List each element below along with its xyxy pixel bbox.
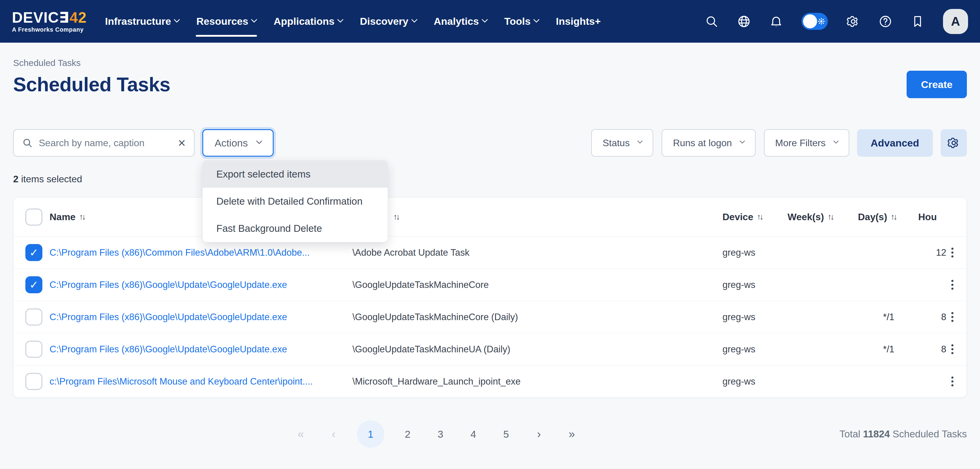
task-hours: 8: [918, 312, 951, 323]
task-name-link[interactable]: C:\Program Files (x86)\Google\Update\Goo…: [49, 312, 287, 323]
task-caption: \GoogleUpdateTaskMachineUA (Daily): [352, 344, 722, 355]
pagination-page-5[interactable]: 5: [496, 420, 515, 448]
column-header-hours[interactable]: Hou: [918, 211, 951, 223]
nav-item-label: Insights+: [556, 16, 601, 27]
table-header-row: Name Device Week(s) Day(s) Hou: [13, 197, 967, 236]
sort-icon[interactable]: [891, 212, 898, 222]
nav-item-label: Applications: [274, 16, 334, 27]
breadcrumb[interactable]: Scheduled Tasks: [13, 43, 967, 68]
search-input[interactable]: [39, 138, 172, 149]
task-caption: \Microsoft_Hardware_Launch_ipoint_exe: [352, 376, 722, 387]
bookmark-icon[interactable]: [911, 14, 924, 29]
kebab-icon[interactable]: [948, 374, 956, 390]
menu-item-fast-delete[interactable]: Fast Background Delete: [203, 215, 388, 242]
kebab-icon[interactable]: [948, 277, 956, 293]
chevron-down-icon: [833, 138, 838, 143]
logo-brand-42: 42: [70, 9, 87, 26]
row-checkbox[interactable]: [25, 244, 42, 261]
pagination-first[interactable]: «: [291, 420, 310, 448]
chevron-down-icon: [174, 16, 180, 23]
actions-dropdown-button[interactable]: Actions: [202, 129, 274, 157]
task-name-link[interactable]: C:\Program Files (x86)\Google\Update\Goo…: [49, 280, 287, 290]
chevron-down-icon: [533, 16, 539, 23]
column-header-days[interactable]: Day(s): [858, 211, 918, 223]
task-hours: 12: [918, 247, 951, 258]
nav-item-discovery[interactable]: Discovery: [360, 0, 417, 43]
nav-item-label: Discovery: [360, 16, 409, 27]
sun-icon: [817, 17, 826, 25]
pagination-page-3[interactable]: 3: [431, 420, 450, 448]
nav-item-analytics[interactable]: Analytics: [434, 0, 487, 43]
device42-logo[interactable]: DEVIC∃42 A Freshworks Company: [12, 10, 87, 33]
task-name-link[interactable]: C:\Program Files (x86)\Common Files\Adob…: [49, 247, 310, 258]
select-all-checkbox[interactable]: [25, 208, 42, 226]
kebab-icon[interactable]: [948, 309, 956, 325]
task-device: greg-ws: [722, 280, 788, 290]
task-caption: \Adobe Acrobat Update Task: [352, 247, 722, 258]
pagination-prev[interactable]: ‹: [324, 420, 343, 448]
filter-status[interactable]: Status: [591, 129, 653, 157]
column-header-weeks[interactable]: Week(s): [788, 211, 858, 223]
menu-item-export-selected[interactable]: Export selected items: [203, 161, 388, 188]
logo-tagline: A Freshworks Company: [12, 26, 87, 33]
chevron-down-icon: [740, 138, 745, 143]
column-header-device[interactable]: Device: [722, 211, 788, 223]
sort-icon[interactable]: [393, 212, 400, 222]
table-row: C:\Program Files (x86)\Google\Update\Goo…: [13, 333, 967, 365]
logo-brand-text: DEVIC∃: [12, 9, 70, 26]
globe-icon[interactable]: [737, 14, 751, 29]
sort-icon[interactable]: [757, 212, 764, 222]
theme-toggle[interactable]: [802, 13, 828, 30]
create-button[interactable]: Create: [907, 71, 967, 98]
nav-item-infrastructure[interactable]: Infrastructure: [105, 0, 179, 43]
pagination-last[interactable]: »: [562, 420, 581, 448]
nav-item-tools[interactable]: Tools: [504, 0, 539, 43]
total-count-text: Total 11824 Scheduled Tasks: [840, 428, 967, 440]
avatar[interactable]: A: [943, 9, 968, 34]
task-name-link[interactable]: c:\Program Files\Microsoft Mouse and Key…: [49, 376, 313, 387]
task-name-link[interactable]: C:\Program Files (x86)\Google\Update\Goo…: [49, 344, 287, 355]
row-checkbox[interactable]: [25, 341, 42, 358]
pagination-next[interactable]: ›: [530, 420, 549, 448]
nav-item-label: Infrastructure: [105, 16, 171, 27]
nav-item-label: Resources: [196, 16, 248, 27]
sort-icon[interactable]: [827, 212, 834, 222]
nav-item-resources[interactable]: Resources: [196, 0, 256, 43]
table-settings-button[interactable]: [940, 129, 967, 157]
chevron-down-icon: [337, 16, 344, 23]
main-menu: Infrastructure Resources Applications Di…: [105, 0, 601, 43]
advanced-button[interactable]: Advanced: [857, 129, 933, 157]
task-device: greg-ws: [722, 312, 788, 323]
clear-icon[interactable]: ×: [178, 136, 186, 149]
task-days: */1: [858, 344, 918, 355]
search-box: ×: [13, 129, 194, 157]
bell-icon[interactable]: [769, 14, 783, 29]
column-header-caption[interactable]: [352, 212, 722, 222]
actions-label: Actions: [215, 137, 248, 149]
gear-icon[interactable]: [846, 14, 860, 29]
menu-item-delete-detailed[interactable]: Delete with Detailed Confirmation: [203, 188, 388, 215]
row-checkbox[interactable]: [25, 373, 42, 390]
help-icon[interactable]: [878, 14, 892, 29]
toggle-knob: [803, 14, 817, 29]
pagination-page-4[interactable]: 4: [464, 420, 483, 448]
kebab-icon[interactable]: [948, 245, 956, 261]
nav-item-insights-plus[interactable]: Insights+: [556, 0, 601, 43]
nav-item-applications[interactable]: Applications: [274, 0, 343, 43]
table-row: C:\Program Files (x86)\Google\Update\Goo…: [13, 301, 967, 333]
sort-icon[interactable]: [79, 212, 86, 222]
task-caption: \GoogleUpdateTaskMachineCore: [352, 280, 722, 290]
row-checkbox[interactable]: [25, 276, 42, 293]
task-days: */1: [858, 312, 918, 323]
page-title: Scheduled Tasks: [13, 71, 170, 98]
search-icon: [22, 138, 33, 148]
pagination-page-1[interactable]: 1: [357, 420, 384, 448]
filter-more-filters[interactable]: More Filters: [764, 129, 849, 157]
filter-runs-at-logon[interactable]: Runs at logon: [662, 129, 755, 157]
task-device: greg-ws: [722, 344, 788, 355]
pagination-page-2[interactable]: 2: [398, 420, 417, 448]
kebab-icon[interactable]: [948, 341, 956, 357]
row-checkbox[interactable]: [25, 308, 42, 326]
nav-utilities: A: [705, 9, 968, 34]
search-icon[interactable]: [705, 14, 719, 29]
